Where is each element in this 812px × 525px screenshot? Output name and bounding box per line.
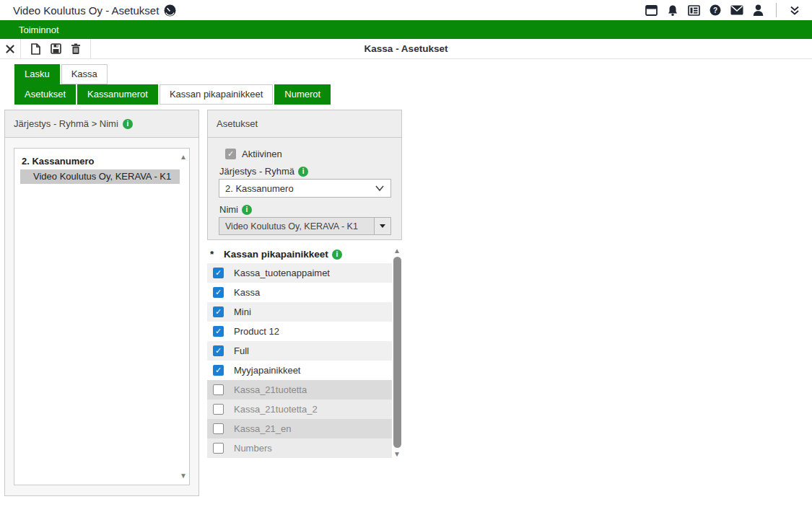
settings-header-label: Asetukset bbox=[217, 110, 258, 137]
menubar: Toiminnot bbox=[0, 20, 812, 39]
mail-icon[interactable] bbox=[730, 5, 743, 15]
group-listbox: ▲ ▼ 2. KassanumeroVideo Koulutus Oy, KER… bbox=[14, 148, 190, 485]
news-icon[interactable] bbox=[688, 5, 700, 16]
bell-icon[interactable] bbox=[667, 4, 678, 17]
toolbar-divider bbox=[90, 39, 91, 59]
tab-lasku[interactable]: Lasku bbox=[14, 64, 60, 84]
menu-item-toiminnot[interactable]: Toiminnot bbox=[19, 25, 59, 35]
list-group-label: 2. Kassanumero bbox=[14, 149, 189, 169]
quickbutton-checkbox[interactable]: ✓ bbox=[213, 326, 224, 337]
quickbutton-label: Kassa_21tuotetta bbox=[234, 384, 307, 395]
active-checkbox[interactable]: ✓ bbox=[225, 149, 236, 159]
new-document-icon[interactable] bbox=[25, 39, 45, 59]
quickbutton-row[interactable]: ✓Kassa_tuotenappaimet bbox=[207, 263, 392, 283]
group-list-panel-header: Järjestys - Ryhmä > Nimi i bbox=[5, 110, 198, 138]
svg-text:?: ? bbox=[713, 6, 717, 14]
tab-kassa[interactable]: Kassa bbox=[61, 64, 108, 84]
tab-numerot[interactable]: Numerot bbox=[274, 84, 331, 105]
scroll-down-icon[interactable]: ▼ bbox=[180, 472, 187, 480]
window-title: Video Koulutus Oy - Asetukset bbox=[13, 4, 159, 17]
quickbuttons-list: * Kassan pikapainikkeet i ✓Kassa_tuotena… bbox=[207, 245, 402, 458]
tabs-level-2: AsetuksetKassanumerotKassan pikapainikke… bbox=[14, 84, 332, 105]
tab-kassan-pikapainikkeet[interactable]: Kassan pikapainikkeet bbox=[160, 84, 273, 105]
quickbuttons-header: * Kassan pikapainikkeet i bbox=[207, 245, 402, 263]
close-icon[interactable] bbox=[0, 39, 20, 59]
quickbutton-checkbox[interactable]: ✓ bbox=[213, 365, 224, 376]
settings-panel: Asetukset ✓ Aktiivinen Järjestys - Ryhmä… bbox=[207, 110, 402, 240]
quickbutton-row[interactable]: ✓Product 12 bbox=[207, 322, 392, 341]
quickbutton-label: Kassa bbox=[234, 287, 260, 298]
quickbutton-label: Mini bbox=[234, 306, 251, 317]
quickbutton-label: Kassa_21tuotetta_2 bbox=[234, 404, 318, 415]
toolbar: Kassa - Asetukset bbox=[0, 39, 812, 59]
quickbutton-row[interactable]: Kassa_21_en bbox=[207, 419, 392, 438]
scrollbar-thumb[interactable] bbox=[393, 257, 401, 448]
help-icon[interactable]: ? bbox=[710, 4, 721, 16]
quickbutton-checkbox[interactable] bbox=[213, 443, 224, 454]
quickbutton-label: Kassa_21_en bbox=[234, 423, 292, 434]
quickbutton-checkbox[interactable]: ✓ bbox=[213, 306, 224, 317]
group-list-header-label: Järjestys - Ryhmä > Nimi bbox=[14, 110, 118, 137]
quickbutton-label: Kassa_tuotenappaimet bbox=[234, 268, 330, 278]
name-combo[interactable]: Video Koulutus Oy, KERAVA - K1 bbox=[219, 217, 391, 235]
name-combo-value: Video Koulutus Oy, KERAVA - K1 bbox=[219, 218, 374, 234]
info-icon[interactable]: i bbox=[298, 167, 308, 177]
quickbutton-row[interactable]: ✓Mini bbox=[207, 302, 392, 322]
save-icon[interactable] bbox=[45, 39, 66, 59]
delete-icon[interactable] bbox=[66, 39, 86, 59]
active-checkbox-row[interactable]: ✓ Aktiivinen bbox=[219, 149, 401, 159]
titlebar: Video Koulutus Oy - Asetukset ? bbox=[0, 0, 812, 20]
chevron-down-icon bbox=[375, 184, 385, 195]
group-select-value: 2. Kassanumero bbox=[225, 183, 294, 194]
titlebar-icons: ? bbox=[645, 0, 800, 20]
info-icon[interactable]: i bbox=[123, 119, 133, 129]
quickbuttons-title: Kassan pikapainikkeet bbox=[224, 249, 328, 260]
scroll-up-icon[interactable]: ▲ bbox=[393, 247, 401, 255]
gauge-icon[interactable] bbox=[164, 4, 176, 17]
quickbutton-checkbox[interactable] bbox=[213, 423, 224, 434]
info-icon[interactable]: i bbox=[332, 250, 342, 260]
quickbutton-checkbox[interactable] bbox=[213, 384, 224, 395]
active-checkbox-label: Aktiivinen bbox=[242, 149, 282, 159]
name-field-label: Nimi i bbox=[219, 204, 401, 215]
list-item[interactable]: Video Koulutus Oy, KERAVA - K1 bbox=[20, 169, 180, 184]
window-icon[interactable] bbox=[645, 5, 658, 16]
group-field-label: Järjestys - Ryhmä i bbox=[219, 166, 401, 177]
titlebar-separator bbox=[776, 3, 777, 17]
quickbuttons-scrollbar[interactable]: ▲ ▼ bbox=[393, 247, 402, 458]
quickbutton-checkbox[interactable]: ✓ bbox=[213, 268, 224, 278]
group-select[interactable]: 2. Kassanumero bbox=[219, 179, 391, 198]
quickbutton-checkbox[interactable]: ✓ bbox=[213, 345, 224, 356]
quickbutton-row[interactable]: Numbers bbox=[207, 438, 392, 458]
required-marker: * bbox=[207, 249, 224, 260]
tab-asetukset[interactable]: Asetukset bbox=[14, 84, 76, 105]
quickbutton-row[interactable]: Kassa_21tuotetta_2 bbox=[207, 400, 392, 419]
quickbutton-label: Product 12 bbox=[234, 326, 279, 337]
info-icon[interactable]: i bbox=[242, 205, 252, 215]
page-title: Kassa - Asetukset bbox=[0, 43, 812, 54]
quickbutton-checkbox[interactable] bbox=[213, 404, 224, 415]
tab-kassanumerot[interactable]: Kassanumerot bbox=[77, 84, 158, 105]
quickbutton-label: Numbers bbox=[234, 443, 272, 454]
settings-panel-header: Asetukset bbox=[208, 110, 401, 138]
quickbutton-label: Full bbox=[234, 345, 249, 356]
quickbutton-row[interactable]: Kassa_21tuotetta bbox=[207, 380, 392, 400]
name-combo-dropdown-button[interactable] bbox=[374, 218, 390, 234]
scroll-down-icon[interactable]: ▼ bbox=[393, 451, 401, 458]
user-icon[interactable] bbox=[753, 4, 764, 16]
group-list-panel: Järjestys - Ryhmä > Nimi i ▲ ▼ 2. Kassan… bbox=[4, 110, 199, 496]
group-field-label-text: Järjestys - Ryhmä bbox=[219, 166, 294, 177]
name-field-label-text: Nimi bbox=[219, 204, 238, 215]
quickbutton-checkbox[interactable]: ✓ bbox=[213, 287, 224, 298]
quickbutton-row[interactable]: ✓Kassa bbox=[207, 283, 392, 302]
collapse-chevrons-icon[interactable] bbox=[789, 5, 800, 16]
quickbutton-row[interactable]: ✓Myyjapainikkeet bbox=[207, 361, 392, 380]
scroll-up-icon[interactable]: ▲ bbox=[180, 154, 187, 161]
quickbutton-row[interactable]: ✓Full bbox=[207, 341, 392, 361]
tabs-level-1: LaskuKassa bbox=[14, 64, 109, 84]
dropdown-arrow-icon bbox=[380, 224, 385, 228]
toolbar-divider bbox=[20, 39, 21, 59]
quickbutton-label: Myyjapainikkeet bbox=[234, 365, 301, 376]
